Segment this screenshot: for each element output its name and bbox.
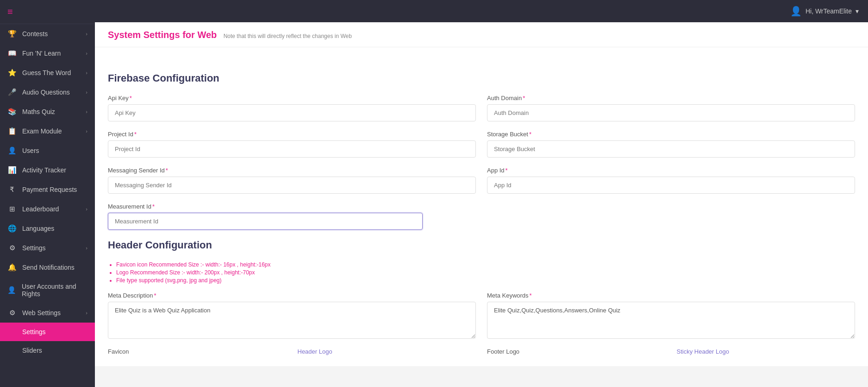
exam-icon: 📋 bbox=[7, 127, 17, 135]
user-accounts-icon: 👤 bbox=[7, 286, 16, 294]
sidebar-item-guess-label: Guess The Word bbox=[22, 69, 71, 76]
chevron-right-icon: › bbox=[86, 70, 87, 76]
leaderboard-icon: ⊞ bbox=[7, 205, 17, 213]
meta-description-label: Meta Description* bbox=[108, 292, 476, 299]
sidebar-item-leaderboard[interactable]: ⊞ Leaderboard › bbox=[0, 199, 95, 219]
meta-keywords-label: Meta Keywords* bbox=[487, 292, 855, 299]
topbar: 👤 Hi, WrTeamElite ▾ bbox=[95, 0, 868, 22]
chevron-right-icon: › bbox=[86, 245, 87, 251]
sidebar-item-web-settings[interactable]: ⚙ Web Settings › bbox=[0, 303, 95, 323]
sidebar-item-audio-questions[interactable]: 🎤 Audio Questions › bbox=[0, 82, 95, 102]
firebase-row-2: Project Id* Storage Bucket* bbox=[108, 131, 855, 158]
sidebar-item-contests[interactable]: 🏆 Contests › bbox=[0, 24, 95, 44]
sidebar-item-user-accounts[interactable]: 👤 User Accounts and Rights bbox=[0, 277, 95, 303]
firebase-section-title: Firebase Configuration bbox=[108, 72, 855, 84]
api-key-input[interactable] bbox=[108, 104, 476, 121]
sidebar-item-settings[interactable]: ⚙ Settings › bbox=[0, 238, 95, 258]
header-section: Header Configuration bbox=[108, 239, 855, 251]
header-logo-group: Header Logo bbox=[298, 348, 476, 355]
chevron-right-icon: › bbox=[86, 206, 87, 212]
payment-icon: ₹ bbox=[7, 185, 17, 194]
sidebar-item-web-settings-settings-label: Settings bbox=[22, 328, 46, 336]
sidebar-item-users[interactable]: 👤 Users bbox=[0, 141, 95, 160]
users-icon: 👤 bbox=[7, 146, 17, 155]
meta-keywords-input[interactable]: Elite Quiz,Quiz,Questions,Answers,Online… bbox=[487, 302, 855, 339]
project-id-input[interactable] bbox=[108, 140, 476, 158]
header-row-1: Meta Description* Elite Quiz is a Web Qu… bbox=[108, 292, 855, 339]
header-hint-2: Logo Recommended Size :- width:- 200px ,… bbox=[116, 269, 855, 276]
content-area: Firebase Configuration Api Key* Auth Dom… bbox=[95, 47, 868, 366]
header-hints: Favicon icon Recommended Size :- width:-… bbox=[108, 261, 855, 284]
chevron-right-icon: › bbox=[86, 31, 87, 37]
sidebar-item-guess-the-word[interactable]: ⭐ Guess The Word › bbox=[0, 63, 95, 82]
activity-icon: 📊 bbox=[7, 166, 17, 174]
storage-bucket-input[interactable] bbox=[487, 140, 855, 158]
header-hint-3: File type supported (svg,png, jpg and jp… bbox=[116, 277, 855, 284]
header-hint-1: Favicon icon Recommended Size :- width:-… bbox=[116, 261, 855, 268]
messaging-sender-id-label: Messaging Sender Id* bbox=[108, 167, 476, 174]
sidebar-item-languages[interactable]: 🌐 Languages bbox=[0, 219, 95, 238]
sidebar-item-leaderboard-label: Leaderboard bbox=[22, 205, 59, 213]
sidebar-item-fun-n-learn[interactable]: 📖 Fun 'N' Learn › bbox=[0, 44, 95, 63]
sidebar-item-web-settings-settings[interactable]: Settings bbox=[0, 323, 95, 341]
sidebar-item-send-notifications[interactable]: 🔔 Send Notifications bbox=[0, 258, 95, 277]
meta-description-input[interactable]: Elite Quiz is a Web Quiz Application bbox=[108, 302, 476, 339]
sidebar-item-activity-tracker[interactable]: 📊 Activity Tracker bbox=[0, 160, 95, 180]
messaging-sender-id-group: Messaging Sender Id* bbox=[108, 167, 476, 194]
sidebar-item-sliders-label: Sliders bbox=[22, 347, 42, 354]
api-key-group: Api Key* bbox=[108, 95, 476, 121]
sidebar-item-exam-label: Exam Module bbox=[22, 127, 62, 135]
app-id-input[interactable] bbox=[487, 177, 855, 194]
sidebar-item-sliders[interactable]: Sliders bbox=[0, 341, 95, 360]
meta-description-group: Meta Description* Elite Quiz is a Web Qu… bbox=[108, 292, 476, 339]
sidebar-item-user-accounts-label: User Accounts and Rights bbox=[22, 283, 87, 298]
auth-domain-label: Auth Domain* bbox=[487, 95, 855, 102]
chevron-right-icon: › bbox=[86, 51, 87, 56]
sidebar-item-maths-quiz[interactable]: 📚 Maths Quiz › bbox=[0, 102, 95, 121]
main-content: System Settings for Web Note that this w… bbox=[95, 22, 868, 387]
favicon-label: Favicon bbox=[108, 348, 287, 355]
user-avatar-icon: 👤 bbox=[790, 6, 802, 17]
favicon-group: Favicon bbox=[108, 348, 287, 355]
languages-icon: 🌐 bbox=[7, 224, 17, 233]
measurement-id-input[interactable] bbox=[108, 213, 423, 230]
storage-bucket-label: Storage Bucket* bbox=[487, 131, 855, 138]
upload-row: Favicon Header Logo Footer Logo Sticky H… bbox=[108, 348, 855, 355]
notifications-icon: 🔔 bbox=[7, 263, 17, 272]
app-id-group: App Id* bbox=[487, 167, 855, 194]
topbar-user[interactable]: 👤 Hi, WrTeamElite ▾ bbox=[790, 6, 859, 17]
sidebar-item-exam-module[interactable]: 📋 Exam Module › bbox=[0, 121, 95, 141]
meta-keywords-group: Meta Keywords* Elite Quiz,Quiz,Questions… bbox=[487, 292, 855, 339]
sidebar-item-maths-label: Maths Quiz bbox=[22, 108, 55, 115]
web-settings-icon: ⚙ bbox=[7, 309, 17, 317]
sidebar-item-contests-label: Contests bbox=[22, 30, 48, 38]
chevron-right-icon: › bbox=[86, 89, 87, 95]
contests-icon: 🏆 bbox=[7, 30, 17, 38]
firebase-row-1: Api Key* Auth Domain* bbox=[108, 95, 855, 121]
api-key-label: Api Key* bbox=[108, 95, 476, 102]
fun-n-learn-icon: 📖 bbox=[7, 49, 17, 57]
project-id-group: Project Id* bbox=[108, 131, 476, 158]
measurement-id-group: Measurement Id* bbox=[108, 203, 855, 230]
project-id-label: Project Id* bbox=[108, 131, 476, 138]
page-title: System Settings for Web bbox=[108, 30, 217, 40]
page-header: System Settings for Web Note that this w… bbox=[95, 22, 868, 47]
chevron-right-icon: › bbox=[86, 109, 87, 114]
sidebar-item-payment-requests[interactable]: ₹ Payment Requests bbox=[0, 180, 95, 199]
auth-domain-input[interactable] bbox=[487, 104, 855, 121]
menu-icon[interactable]: ≡ bbox=[7, 6, 13, 17]
messaging-sender-id-input[interactable] bbox=[108, 177, 476, 194]
settings-icon: ⚙ bbox=[7, 244, 17, 252]
sidebar-item-web-settings-label: Web Settings bbox=[22, 309, 61, 317]
sidebar-item-audio-label: Audio Questions bbox=[22, 89, 70, 96]
maths-icon: 📚 bbox=[7, 108, 17, 116]
header-section-title: Header Configuration bbox=[108, 239, 855, 251]
topbar-dropdown-icon: ▾ bbox=[856, 7, 859, 15]
chevron-right-icon: › bbox=[86, 128, 87, 134]
sidebar-item-settings-label: Settings bbox=[22, 244, 46, 252]
topbar-user-label: Hi, WrTeamElite bbox=[806, 7, 852, 15]
chevron-right-icon: › bbox=[86, 310, 87, 316]
header-logo-label: Header Logo bbox=[298, 348, 476, 355]
guess-icon: ⭐ bbox=[7, 69, 17, 77]
page-subtitle: Note that this will directly reflect the… bbox=[224, 33, 352, 39]
